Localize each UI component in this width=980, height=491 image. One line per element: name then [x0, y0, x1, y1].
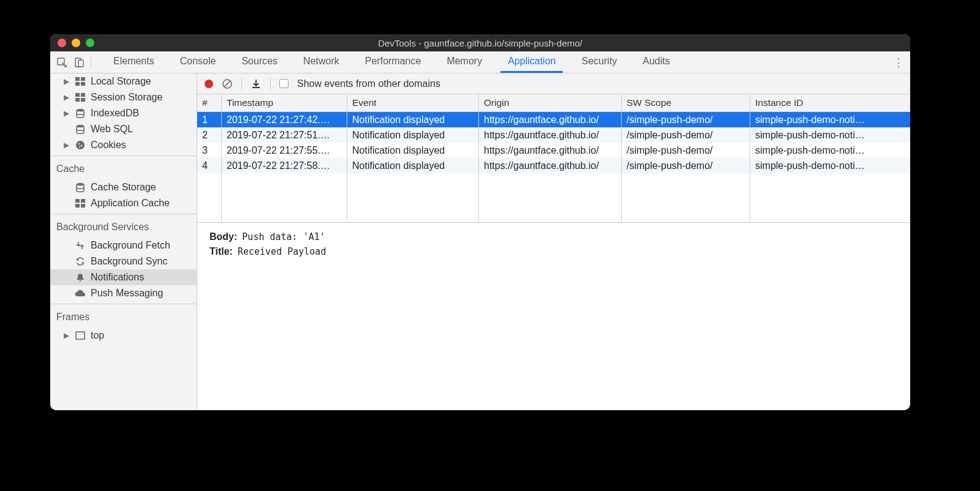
expand-icon[interactable]: ▶	[64, 109, 70, 118]
sidebar-item-cookies[interactable]: ▶Cookies	[50, 137, 197, 153]
sidebar-group-bg: Background Services	[50, 217, 197, 238]
sidebar-item-label: top	[91, 330, 104, 341]
expand-icon[interactable]: ▶	[64, 93, 70, 102]
sidebar-item-notifications[interactable]: Notifications	[50, 269, 197, 285]
sidebar-item-label: Background Sync	[91, 256, 167, 267]
svg-rect-20	[75, 204, 80, 208]
expand-icon[interactable]	[64, 199, 70, 208]
expand-icon[interactable]	[64, 273, 70, 282]
toolbar: Show events from other domains	[197, 73, 910, 94]
cell-origin: https://gauntface.github.io/	[479, 112, 622, 127]
table-row[interactable]: 42019-07-22 21:27:58.…Notification displ…	[197, 158, 910, 173]
col-event[interactable]: Event	[347, 94, 479, 111]
col-origin[interactable]: Origin	[479, 94, 622, 111]
svg-rect-2	[78, 60, 83, 67]
table-row[interactable]: 22019-07-22 21:27:51.…Notification displ…	[197, 127, 910, 143]
sidebar-item-indexeddb[interactable]: ▶IndexedDB	[50, 105, 197, 121]
table-row[interactable]: 32019-07-22 21:27:55.…Notification displ…	[197, 143, 910, 158]
cell-ts: 2019-07-22 21:27:58.…	[222, 158, 347, 173]
svg-rect-3	[75, 77, 80, 81]
expand-icon[interactable]	[64, 289, 70, 298]
cookie-icon	[75, 140, 86, 150]
db-icon	[75, 124, 86, 134]
col-timestamp[interactable]: Timestamp	[222, 94, 347, 111]
svg-rect-8	[81, 93, 85, 97]
svg-point-12	[77, 125, 84, 128]
svg-point-16	[79, 146, 80, 148]
sidebar-item-push-messaging[interactable]: Push Messaging	[50, 285, 197, 301]
sidebar-item-local-storage[interactable]: ▶Local Storage	[50, 73, 197, 89]
sidebar-item-label: Application Cache	[91, 198, 170, 209]
detail-title-value: Received Payload	[238, 246, 326, 257]
grid-icon	[75, 92, 86, 102]
expand-icon[interactable]	[64, 257, 70, 266]
cell-origin: https://gauntface.github.io/	[479, 143, 622, 158]
svg-point-15	[81, 145, 82, 146]
tab-security[interactable]: Security	[574, 51, 624, 73]
col--[interactable]: #	[197, 94, 222, 111]
cell-num: 4	[197, 158, 222, 173]
show-events-checkbox[interactable]	[279, 79, 288, 88]
sidebar-item-session-storage[interactable]: ▶Session Storage	[50, 89, 197, 105]
device-toggle-icon[interactable]	[74, 57, 85, 68]
expand-icon[interactable]: ▶	[64, 141, 70, 149]
cell-ts: 2019-07-22 21:27:51.…	[222, 127, 347, 143]
sidebar-item-top[interactable]: ▶top	[50, 328, 197, 343]
table-header: #TimestampEventOriginSW ScopeInstance ID	[197, 94, 910, 112]
cell-iid: simple-push-demo-noti…	[750, 127, 910, 143]
col-instance-id[interactable]: Instance ID	[750, 94, 910, 111]
expand-icon[interactable]	[64, 241, 70, 250]
tab-audits[interactable]: Audits	[635, 51, 677, 73]
col-sw-scope[interactable]: SW Scope	[622, 94, 750, 111]
detail-pane: Body: Push data: 'A1' Title: Received Pa…	[197, 223, 910, 269]
cell-ts: 2019-07-22 21:27:55.…	[222, 143, 347, 158]
sidebar-item-web-sql[interactable]: Web SQL	[50, 121, 197, 137]
tab-network[interactable]: Network	[296, 51, 347, 73]
cloud-icon	[75, 288, 86, 298]
svg-rect-19	[81, 199, 85, 203]
cell-num: 2	[197, 127, 222, 143]
svg-rect-21	[81, 204, 85, 208]
sidebar-group-cache: Cache	[50, 159, 197, 179]
svg-rect-9	[75, 98, 80, 102]
sidebar-item-application-cache[interactable]: Application Cache	[50, 195, 197, 211]
tab-memory[interactable]: Memory	[439, 51, 489, 73]
sidebar-item-label: Cookies	[91, 140, 126, 151]
tab-console[interactable]: Console	[173, 51, 224, 73]
sidebar-item-background-fetch[interactable]: Background Fetch	[50, 238, 197, 253]
sidebar-item-label: Push Messaging	[91, 288, 163, 299]
sidebar-item-cache-storage[interactable]: Cache Storage	[50, 179, 197, 195]
titlebar: DevTools - gauntface.github.io/simple-pu…	[50, 34, 910, 51]
detail-body-label: Body:	[209, 231, 237, 242]
cell-event: Notification displayed	[347, 127, 479, 143]
expand-icon[interactable]: ▶	[64, 331, 70, 340]
detail-title-label: Title:	[209, 246, 233, 257]
expand-icon[interactable]	[64, 183, 70, 192]
cell-event: Notification displayed	[347, 158, 479, 173]
download-icon[interactable]	[251, 78, 262, 89]
sidebar: ▶Local Storage▶Session Storage▶IndexedDB…	[50, 73, 197, 410]
db-icon	[75, 182, 86, 192]
svg-line-25	[224, 81, 230, 87]
tab-elements[interactable]: Elements	[106, 51, 162, 73]
sync-icon	[75, 257, 86, 266]
expand-icon[interactable]: ▶	[64, 77, 70, 86]
main-pane: Show events from other domains #Timestam…	[197, 73, 910, 410]
svg-rect-18	[75, 199, 80, 203]
cell-iid: simple-push-demo-noti…	[750, 143, 910, 158]
inspect-icon[interactable]	[56, 57, 67, 68]
tab-application[interactable]: Application	[500, 51, 563, 73]
table-row[interactable]: 12019-07-22 21:27:42.…Notification displ…	[197, 112, 910, 127]
tab-performance[interactable]: Performance	[358, 51, 429, 73]
expand-icon[interactable]	[64, 125, 70, 133]
tab-sources[interactable]: Sources	[234, 51, 285, 73]
cell-scope: /simple-push-demo/	[622, 112, 750, 127]
more-menu-icon[interactable]: ⋮	[893, 56, 904, 69]
sidebar-item-label: Web SQL	[91, 124, 133, 135]
sidebar-item-label: Cache Storage	[91, 182, 156, 193]
cell-ts: 2019-07-22 21:27:42.…	[222, 112, 347, 127]
sidebar-item-background-sync[interactable]: Background Sync	[50, 253, 197, 269]
cell-scope: /simple-push-demo/	[622, 127, 750, 143]
record-button[interactable]	[205, 80, 213, 88]
clear-icon[interactable]	[222, 78, 233, 89]
